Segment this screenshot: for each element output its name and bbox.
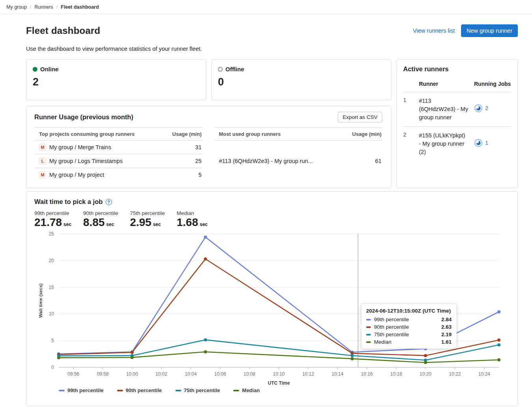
project-avatar: M (39, 171, 46, 178)
active-runners-title: Active runners (403, 65, 511, 73)
export-csv-button[interactable]: Export as CSV (338, 112, 382, 122)
main-content: Fleet dashboard View runners list New gr… (0, 24, 532, 406)
table-row: M My group / My project 5 (34, 168, 203, 182)
series-color-swatch (366, 326, 371, 328)
wait-time-stat: 99th percentile21.78sec (34, 210, 71, 229)
tooltip-title: 2024-06-12T10:15:00Z (UTC Time) (366, 308, 452, 314)
runner-usage-card: Runner Usage (previous month) Export as … (26, 106, 391, 188)
svg-text:10:04: 10:04 (185, 371, 197, 377)
project-usage-value: 5 (159, 168, 203, 182)
runner-column-header: Runner (419, 77, 474, 92)
chart-legend: 99th percentile90th percentile75th perce… (59, 387, 510, 393)
svg-text:10:18: 10:18 (390, 371, 402, 377)
legend-color-swatch (175, 390, 181, 391)
legend-item[interactable]: 90th percentile (117, 387, 162, 393)
runner-name[interactable]: #113 (6QHdzW2e3) - My group runner (419, 92, 474, 127)
svg-text:10:16: 10:16 (361, 371, 373, 377)
stat-label: 99th percentile (34, 210, 71, 216)
legend-item[interactable]: 75th percentile (175, 387, 220, 393)
svg-text:10:06: 10:06 (214, 371, 226, 377)
tooltip-series-row: 99th percentile2.84 (366, 317, 452, 322)
table-row: 1 #113 (6QHdzW2e3) - My group runner (403, 92, 511, 127)
wait-time-title: Wait time to pick a job (34, 198, 103, 206)
runner-name[interactable]: #155 (ULkKYpkpt) - My group runner (2) (419, 127, 474, 161)
table-row: #113 (6QHdzW2e3) - My group run... 61 (214, 141, 383, 182)
view-runners-list-link[interactable]: View runners list (413, 28, 455, 34)
series-color-swatch (366, 334, 371, 335)
series-name: Median (374, 339, 438, 345)
wait-time-stat: 90th percentile8.85sec (83, 210, 118, 229)
tooltip-series-row: 90th percentile2.63 (366, 324, 452, 330)
legend-color-swatch (233, 390, 239, 391)
project-avatar: L (39, 157, 46, 165)
series-value: 2.84 (441, 317, 452, 322)
series-value: 1.61 (441, 339, 452, 345)
project-usage-value: 25 (159, 154, 203, 168)
breadcrumb-runners[interactable]: Runners (35, 4, 53, 10)
wait-time-chart-area: 051015202509:5609:5810:0010:0210:0410:06… (34, 231, 510, 393)
legend-label: 99th percentile (67, 387, 104, 393)
active-runners-card: Active runners Runner Running Jobs 1 #11… (396, 59, 518, 188)
svg-text:10: 10 (49, 311, 54, 317)
svg-text:10:12: 10:12 (302, 371, 314, 377)
running-jobs-count[interactable]: 1 (485, 140, 488, 146)
online-count: 2 (33, 76, 199, 88)
stat-value: 21.78sec (34, 216, 71, 229)
svg-text:09:58: 09:58 (97, 371, 109, 377)
svg-text:5: 5 (51, 338, 54, 343)
stat-value: 2.95sec (130, 216, 165, 229)
help-icon[interactable]: ? (106, 199, 112, 205)
running-status-icon (474, 104, 483, 113)
table-row: 2 #155 (ULkKYpkpt) - My group runner (2) (403, 127, 511, 161)
offline-count: 0 (218, 76, 385, 88)
legend-label: 75th percentile (184, 387, 220, 393)
stat-label: 75th percentile (130, 210, 165, 216)
stat-label: Median (177, 210, 208, 216)
runner-name: #113 (6QHdzW2e3) - My group run... (214, 141, 339, 182)
svg-text:10:20: 10:20 (420, 371, 432, 377)
legend-color-swatch (59, 390, 65, 391)
breadcrumb-fleet-dashboard[interactable]: Fleet dashboard (61, 4, 99, 10)
legend-item[interactable]: 99th percentile (59, 387, 104, 393)
most-used-runners-table: Most used group runners Usage (min) #113… (214, 127, 383, 181)
table-row: L My group / Logs Timestamps 25 (34, 154, 203, 168)
svg-text:10:24: 10:24 (478, 371, 490, 377)
stat-label: 90th percentile (83, 210, 118, 216)
offline-runners-card: Offline 0 (211, 59, 391, 100)
svg-text:10:08: 10:08 (244, 371, 255, 377)
usage-min-column-header: Usage (min) (339, 128, 382, 141)
svg-text:15: 15 (49, 285, 54, 290)
svg-text:09:56: 09:56 (67, 371, 79, 377)
project-name: My group / Merge Trains (49, 144, 111, 150)
svg-text:10:10: 10:10 (273, 371, 285, 377)
runner-rank: 2 (403, 127, 419, 161)
top-projects-column-header: Top projects consuming group runners (34, 128, 159, 141)
running-jobs-count[interactable]: 2 (485, 105, 488, 111)
running-status-icon (474, 139, 483, 147)
series-name: 90th percentile (374, 324, 438, 330)
svg-text:10:14: 10:14 (331, 371, 343, 377)
project-usage-value: 31 (159, 141, 203, 154)
series-value: 2.63 (441, 324, 452, 330)
breadcrumb: My group / Runners / Fleet dashboard (0, 0, 532, 14)
usage-min-column-header: Usage (min) (159, 128, 203, 141)
stat-value: 1.68sec (177, 216, 208, 229)
stat-value: 8.85sec (83, 216, 118, 229)
runner-rank: 1 (403, 92, 419, 127)
project-name: My group / Logs Timestamps (49, 158, 123, 164)
legend-item[interactable]: Median (233, 387, 260, 393)
project-name: My group / My project (49, 172, 104, 178)
most-used-column-header: Most used group runners (214, 128, 339, 141)
page-title: Fleet dashboard (26, 25, 100, 36)
breadcrumb-my-group[interactable]: My group (6, 4, 27, 10)
svg-text:0: 0 (51, 365, 54, 370)
legend-color-swatch (117, 390, 123, 391)
new-group-runner-button[interactable]: New group runner (461, 24, 518, 37)
chart-tooltip: 2024-06-12T10:15:00Z (UTC Time) 99th per… (361, 304, 457, 349)
index-column-header (403, 77, 419, 92)
svg-text:20: 20 (49, 258, 54, 263)
tooltip-series-row: 75th percentile2.19 (366, 332, 452, 337)
legend-label: 90th percentile (126, 387, 162, 393)
offline-status-icon (218, 67, 223, 72)
online-label: Online (40, 66, 59, 72)
